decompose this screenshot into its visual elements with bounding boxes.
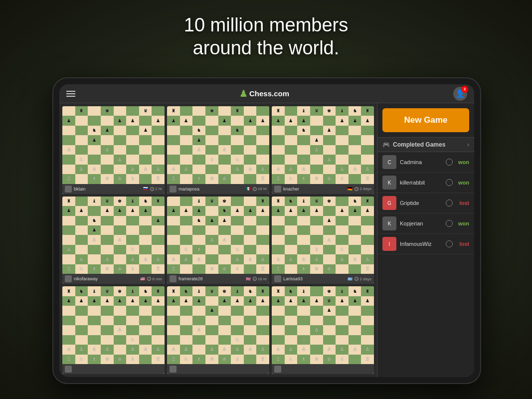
avatar <box>274 275 281 282</box>
avatar <box>170 186 177 193</box>
chess-board: ♜♞♝♛♚♝♞♜♟♟♟♟♟♟♟♟♙♘♙♙♙♙♙♙♙♖♘♗♕♔♗♖ <box>62 286 165 364</box>
chess-board: ♜♚♜♟♟♟♟♟♞♞♟♙♙♘♗♘♙♙♙♙♙♖♗♕♔♖ <box>167 106 269 184</box>
chess-board: ♜♞♝♛♚♝♞♜♟♟♟♟♟♟♟♟♙♘♙♙♙♙♙♙♙♖♘♗♕♔♗♖ <box>167 286 269 364</box>
avatar <box>170 275 177 282</box>
avatar <box>274 186 281 193</box>
game-result: won <box>455 159 469 165</box>
username: framerate28 <box>178 276 244 281</box>
player-name: Kopjerian <box>400 220 446 226</box>
avatar: K <box>382 176 396 190</box>
clock-icon: ◷ <box>150 187 154 191</box>
sidebar: New Game 🎮 Completed Games › C Cadmina w… <box>377 103 474 377</box>
game-info <box>62 364 165 374</box>
avatar <box>170 366 177 373</box>
avatar <box>65 275 72 282</box>
clock-icon: ◷ <box>253 187 257 191</box>
username: mariaposa <box>178 187 244 192</box>
game-tile[interactable]: ♜♞♝♛♚♝♞♜♟♟♟♟♟♟♟♟♙♘♙♙♙♙♙♙♙♖♘♗♕♔♗♖ <box>167 286 269 374</box>
game-tile[interactable]: ♜♞♝♚♝♞♜♟♟♟♟♛♟♟♟♟♙♘♙♙♙♙♙♙♙♖♘♗♕♔♗♖ <box>272 286 374 374</box>
game-result: won <box>455 180 469 186</box>
main-content: ♜♚♛♟♟♟♟♞♟♟♟♙♙♘♙♙♙♙♙♙♖♗♕♔♗♖ bklain 🇷🇺 ◷ 2… <box>59 103 474 377</box>
app-header: ♟ Chess.com 👤 2 <box>59 84 474 103</box>
clock-icon: ◷ <box>147 277 151 281</box>
logo-icon: ♟ <box>239 88 247 99</box>
headline-line2: around the world. <box>0 37 532 60</box>
timer: ◷ 16 hr <box>253 187 267 191</box>
avatar: C <box>382 155 396 169</box>
completed-game-item[interactable]: K killerrabbit won <box>377 173 474 193</box>
username: knacher <box>283 187 346 192</box>
chess-board: ♜♚♛♟♟♟♟♞♟♟♟♙♙♘♙♙♙♙♙♙♖♗♕♔♗♖ <box>62 106 165 184</box>
tablet-device: ♟ Chess.com 👤 2 ♜♚♛♟♟♟♟♞♟♟♟♙♙♘♙♙♙♙♙♙♖♗♕♔… <box>52 77 481 384</box>
clock-icon: ◷ <box>355 187 358 191</box>
completed-games-list: C Cadmina won K killerrabbit won G Gript… <box>377 152 474 377</box>
chess-board: ♝♛♚♜♟♟♟♞♟♟♟♞♟♟♙♙♘♗♘♙♙♙♙♙♙♖♕♔♗♖ <box>167 197 269 274</box>
avatar: G <box>382 196 396 210</box>
avatar <box>65 186 72 193</box>
chess-board: ♜♞♝♛♚♞♜♟♟♟♟♟♟♟♟♙♘♗♘♙♙♙♙♙♙♙♖♗♕♔♖ <box>272 197 374 274</box>
clock-icon <box>446 200 453 206</box>
player-name: InfamousWiz <box>400 241 446 247</box>
clock-icon <box>446 220 453 227</box>
clock-icon <box>446 159 453 166</box>
game-info <box>272 364 374 374</box>
username: Larissa93 <box>283 276 346 281</box>
headline-line1: 10 million members <box>0 14 532 37</box>
clock-icon: ◷ <box>355 277 358 281</box>
headline: 10 million members around the world. <box>0 14 532 59</box>
avatar <box>274 366 281 373</box>
timer: ◷ 2 days <box>355 277 371 281</box>
game-info: bklain 🇷🇺 ◷ 2 hr <box>62 184 165 194</box>
game-info: Larissa93 🇬🇷 ◷ 2 days <box>272 274 374 284</box>
notification-button[interactable]: 👤 2 <box>453 87 467 101</box>
timer: ◷ 16 hr <box>253 277 267 281</box>
timer: ◷ 2 hr <box>150 187 162 191</box>
chess-board: ♜♝♛♚♝♞♜♟♟♟♟♟♟♞♟♟♙♙♙♘♙♙♙♙♙♖♘♗♕♔♗♖ <box>62 197 165 274</box>
avatar: I <box>382 237 396 251</box>
flag: 🇲🇽 <box>246 187 251 191</box>
flag: 🇷🇺 <box>143 187 148 191</box>
timer: ◷ 8 min <box>147 277 162 281</box>
username: bklain <box>74 187 141 192</box>
game-info: nikofaraway 🇺🇸 ◷ 8 min <box>62 274 165 284</box>
game-tile[interactable]: ♜♝♛♚♝♞♜♟♟♟♟♟♟♞♟♟♙♘♙♙♙♙♙♙♙♖♘♗♕♔♗♖ knacher… <box>272 106 374 194</box>
tablet-screen: ♟ Chess.com 👤 2 ♜♚♛♟♟♟♟♞♟♟♟♙♙♘♙♙♙♙♙♙♖♗♕♔… <box>59 84 474 377</box>
game-tile[interactable]: ♝♛♚♜♟♟♟♞♟♟♟♞♟♟♙♙♘♗♘♙♙♙♙♙♙♖♕♔♗♖ framerate… <box>167 197 269 284</box>
avatar: K <box>382 216 396 230</box>
completed-games-header[interactable]: 🎮 Completed Games › <box>377 137 474 152</box>
clock-icon <box>446 240 453 247</box>
game-info: framerate28 🇬🇧 ◷ 16 hr <box>167 274 269 284</box>
clock-icon: ◷ <box>253 277 257 281</box>
game-result: won <box>455 220 469 226</box>
player-name: Cadmina <box>400 159 446 165</box>
flag: 🇬🇧 <box>246 277 251 281</box>
logo-text: Chess.com <box>249 89 289 98</box>
flag: 🇬🇷 <box>348 277 353 281</box>
new-game-button[interactable]: New Game <box>382 108 469 132</box>
game-result: lost <box>455 200 469 206</box>
flag: 🇩🇪 <box>348 187 353 191</box>
completed-game-item[interactable]: C Cadmina won <box>377 152 474 173</box>
game-tile[interactable]: ♜♚♛♟♟♟♟♞♟♟♟♙♙♘♙♙♙♙♙♙♖♗♕♔♗♖ bklain 🇷🇺 ◷ 2… <box>62 106 165 194</box>
game-info: knacher 🇩🇪 ◷ 2 days <box>272 184 374 194</box>
notification-badge: 2 <box>461 86 468 93</box>
timer: ◷ 2 days <box>355 187 371 191</box>
game-tile[interactable]: ♜♞♝♛♚♝♞♜♟♟♟♟♟♟♟♟♙♘♙♙♙♙♙♙♙♖♘♗♕♔♗♖ <box>62 286 165 374</box>
avatar <box>65 366 72 373</box>
game-tile[interactable]: ♜♚♜♟♟♟♟♟♞♞♟♙♙♘♗♘♙♙♙♙♙♖♗♕♔♖ mariaposa 🇲🇽 … <box>167 106 269 194</box>
game-tile[interactable]: ♜♞♝♛♚♞♜♟♟♟♟♟♟♟♟♙♘♗♘♙♙♙♙♙♙♙♖♗♕♔♖ Larissa9… <box>272 197 374 284</box>
menu-button[interactable] <box>66 91 75 97</box>
chess-board: ♜♝♛♚♝♞♜♟♟♟♟♟♟♞♟♟♙♘♙♙♙♙♙♙♙♖♘♗♕♔♗♖ <box>272 106 374 184</box>
game-info <box>167 364 269 374</box>
completed-games-label: Completed Games <box>393 141 467 148</box>
game-tile[interactable]: ♜♝♛♚♝♞♜♟♟♟♟♟♟♞♟♟♙♙♙♘♙♙♙♙♙♖♘♗♕♔♗♖ nikofar… <box>62 197 165 284</box>
completed-game-item[interactable]: I InfamousWiz lost <box>377 234 474 254</box>
username: nikofaraway <box>74 276 138 281</box>
chevron-right-icon: › <box>467 141 469 148</box>
player-name: Griptide <box>400 200 446 206</box>
flag: 🇺🇸 <box>140 277 145 281</box>
completed-game-item[interactable]: G Griptide lost <box>377 193 474 213</box>
completed-game-item[interactable]: K Kopjerian won <box>377 213 474 234</box>
app-logo: ♟ Chess.com <box>239 88 289 99</box>
player-name: killerrabbit <box>400 180 446 186</box>
